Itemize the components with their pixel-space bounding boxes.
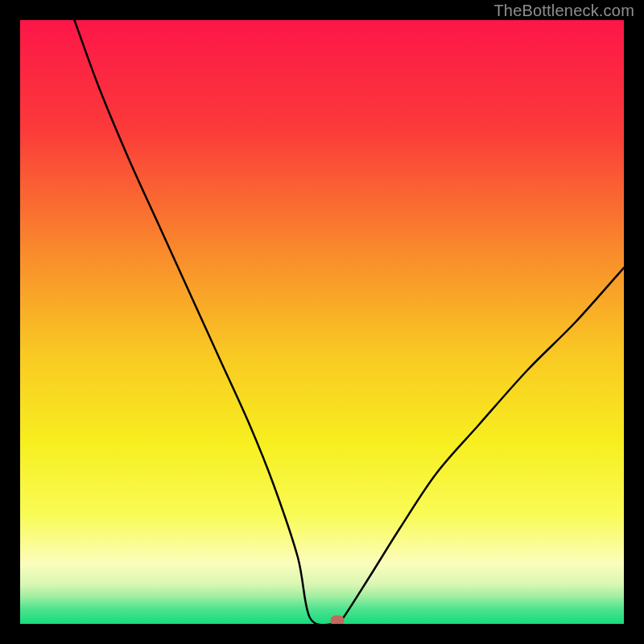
- gradient-background: [20, 20, 624, 624]
- plot-area: [20, 20, 624, 624]
- chart-frame: TheBottleneck.com: [0, 0, 644, 644]
- optimal-point-marker: [330, 616, 344, 624]
- plot-svg: [20, 20, 624, 624]
- watermark-text: TheBottleneck.com: [493, 2, 634, 20]
